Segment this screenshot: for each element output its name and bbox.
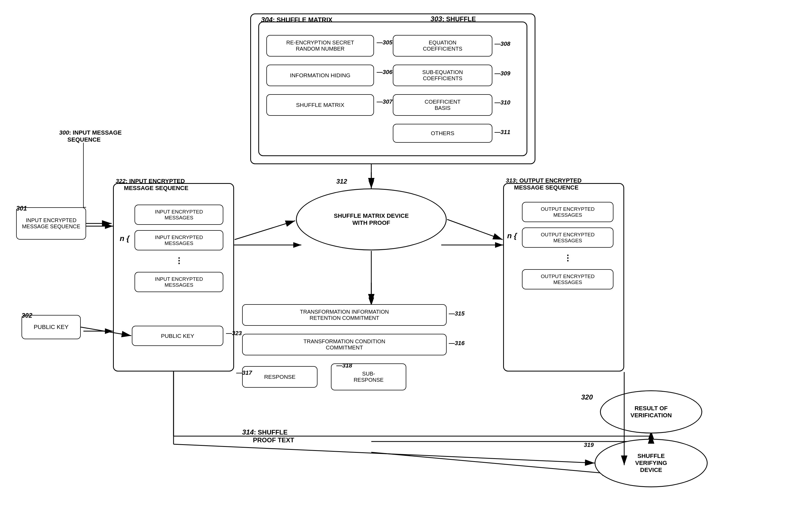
node-317: RESPONSE xyxy=(242,366,317,388)
n-label-output: n { xyxy=(507,232,517,240)
svg-line-23 xyxy=(174,444,594,463)
node-305-ref: —305 xyxy=(377,39,393,46)
node-311-ref: —311 xyxy=(495,129,511,136)
node-301-ref: 301 xyxy=(16,205,27,212)
public-key-323: PUBLIC KEY xyxy=(132,326,223,346)
output-msg-1: OUTPUT ENCRYPTEDMESSAGES xyxy=(522,202,613,222)
node-323-ref: —323 xyxy=(226,330,242,337)
svg-line-18 xyxy=(235,221,295,240)
container-304-label: 304: SHUFFLE MATRIX xyxy=(261,16,332,24)
node-320-ref: 320 xyxy=(581,393,593,401)
node-305: RE-ENCRYPTION SECRETRANDOM NUMBER xyxy=(266,35,374,57)
svg-line-20 xyxy=(447,219,502,240)
container-322-label: 322: INPUT ENCRYPTED MESSAGE SEQUENCE xyxy=(116,178,188,192)
input-msg-2: INPUT ENCRYPTEDMESSAGES xyxy=(135,230,223,250)
node-309: SUB-EQUATIONCOEFFICIENTS xyxy=(393,64,492,86)
container-313-label: 313; OUTPUT ENCRYPTED MESSAGE SEQUENCE xyxy=(506,177,582,191)
node-307-ref: —307 xyxy=(377,98,393,105)
node-310-ref: —310 xyxy=(495,99,511,106)
node-301: INPUT ENCRYPTED MESSAGE SEQUENCE xyxy=(16,207,86,240)
node-315-ref: —315 xyxy=(449,310,465,317)
n-label-input: n { xyxy=(120,234,129,243)
node-302-label: PUBLIC KEY xyxy=(34,324,68,331)
node-318-ref: —318 xyxy=(336,362,352,369)
node-306-ref: —306 xyxy=(377,69,393,76)
node-316: TRANSFORMATION CONDITIONCOMMITMENT xyxy=(242,334,446,355)
dots-output: ⋮ xyxy=(564,253,572,263)
dots-input: ⋮ xyxy=(175,256,183,265)
node-319-ref: 319 xyxy=(584,441,594,449)
node-316-ref: —316 xyxy=(449,340,465,347)
node-302-ref: 302 xyxy=(22,312,32,319)
svg-line-13 xyxy=(371,452,611,474)
node-300-label: 300: INPUT MESSAGE SEQUENCE xyxy=(59,129,122,143)
node-312-ref: 312 xyxy=(336,178,347,185)
node-317-ref: —317 xyxy=(236,369,252,376)
node-319-ellipse: SHUFFLEVERIFYINGDEVICE xyxy=(594,439,707,487)
node-312-ellipse: SHUFFLE MATRIX DEVICEWITH PROOF xyxy=(296,188,446,250)
node-309-ref: —309 xyxy=(495,70,511,77)
node-307: SHUFFLE MATRIX xyxy=(266,94,374,116)
output-msg-2: OUTPUT ENCRYPTEDMESSAGES xyxy=(522,227,613,248)
node-301-label: INPUT ENCRYPTED MESSAGE SEQUENCE xyxy=(19,217,83,229)
input-msg-3: INPUT ENCRYPTEDMESSAGES xyxy=(135,272,223,292)
node-308: EQUATIONCOEFFICIENTS xyxy=(393,35,492,57)
node-311: OTHERS xyxy=(393,124,492,143)
diagram: INPUT ENCRYPTED MESSAGE SEQUENCE 301 PUB… xyxy=(0,0,812,515)
node-306: INFORMATION HIDING xyxy=(266,64,374,86)
node-314-label: 314: SHUFFLE PROOF TEXT xyxy=(242,428,294,444)
node-315: TRANSFORMATION INFORMATIONRETENTION COMM… xyxy=(242,304,446,326)
node-320-ellipse: RESULT OFVERIFICATION xyxy=(600,390,702,433)
node-308-ref: —308 xyxy=(495,40,511,47)
input-msg-1: INPUT ENCRYPTEDMESSAGES xyxy=(135,205,223,225)
node-310: COEFFICIENTBASIS xyxy=(393,94,492,116)
output-msg-3: OUTPUT ENCRYPTEDMESSAGES xyxy=(522,269,613,290)
